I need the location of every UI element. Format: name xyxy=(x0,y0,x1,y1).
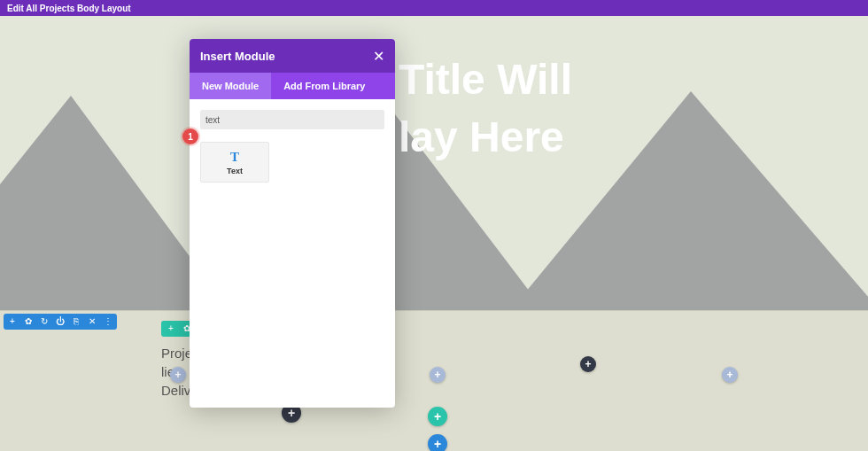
hero-title: Title Will lay Here xyxy=(399,51,572,167)
modal-title: Insert Module xyxy=(200,50,275,63)
add-module-button[interactable]: + xyxy=(430,367,446,383)
add-row-button[interactable]: + xyxy=(428,407,447,426)
hero-title-line2: lay Here xyxy=(399,109,572,167)
hero-section: Title Will lay Here xyxy=(0,16,868,310)
page-title: Edit All Projects Body Layout xyxy=(7,4,131,13)
power-icon[interactable]: ⏻ xyxy=(55,316,66,327)
project-meta-line: Deliv xyxy=(161,381,192,400)
text-icon: T xyxy=(230,150,239,165)
more-icon[interactable]: ⋮ xyxy=(103,316,113,327)
gear-icon[interactable]: ✿ xyxy=(23,316,34,327)
plus-icon: + xyxy=(585,358,591,370)
modal-body: T Text xyxy=(190,99,395,193)
top-bar: Edit All Projects Body Layout xyxy=(0,0,868,16)
insert-module-modal[interactable]: Insert Module ✕ New Module Add From Libr… xyxy=(190,39,395,408)
module-search-input[interactable] xyxy=(200,110,384,129)
plus-icon: + xyxy=(174,369,181,381)
section-divider xyxy=(0,310,868,311)
project-meta-line: Proje xyxy=(161,344,192,362)
modal-header: Insert Module ✕ xyxy=(190,39,395,73)
section-toolbar[interactable]: + ✿ ↻ ⏻ ⎘ ✕ ⋮ xyxy=(4,314,117,330)
reset-icon[interactable]: ↻ xyxy=(39,316,50,327)
annotation-badge-1: 1 xyxy=(182,128,198,144)
plus-icon: + xyxy=(434,369,440,381)
plus-icon: + xyxy=(726,369,732,381)
modal-tabs: New Module Add From Library xyxy=(190,73,395,99)
module-label: Text xyxy=(227,167,243,175)
close-button[interactable]: ✕ xyxy=(373,48,384,65)
add-module-button[interactable]: + xyxy=(170,367,186,383)
tab-add-from-library[interactable]: Add From Library xyxy=(271,73,377,99)
module-grid: T Text xyxy=(200,142,384,183)
add-module-button[interactable]: + xyxy=(580,356,596,372)
duplicate-icon[interactable]: ⎘ xyxy=(71,316,81,327)
add-section-button[interactable]: + xyxy=(428,434,447,451)
tab-new-module[interactable]: New Module xyxy=(190,73,271,99)
close-icon[interactable]: ✕ xyxy=(87,316,97,327)
plus-icon[interactable]: + xyxy=(166,323,176,334)
hero-title-line1: Title Will xyxy=(399,51,572,109)
annotation-number: 1 xyxy=(188,132,193,142)
plus-icon: + xyxy=(434,409,441,424)
module-text[interactable]: T Text xyxy=(200,142,269,183)
plus-icon[interactable]: + xyxy=(7,316,18,327)
plus-icon: + xyxy=(434,437,441,451)
add-module-button[interactable]: + xyxy=(722,367,738,383)
plus-icon: + xyxy=(288,406,295,420)
